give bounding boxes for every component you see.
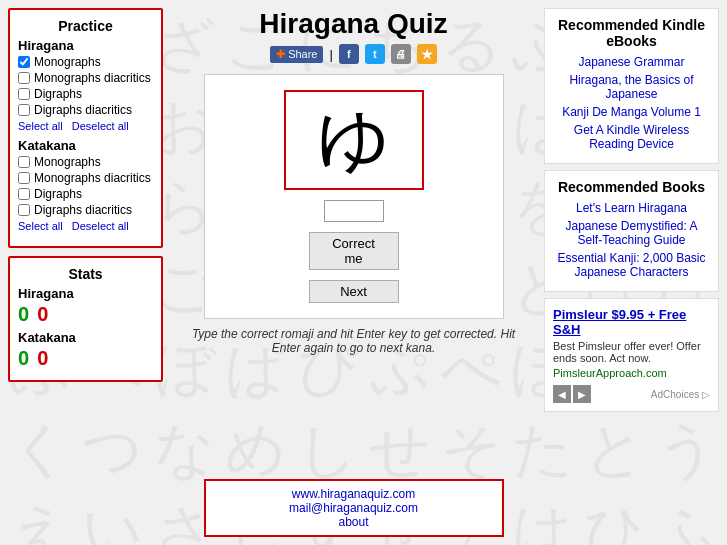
hiragana-digraphs-diacritics-row[interactable]: Digraphs diacritics: [18, 103, 153, 117]
hiragana-monographs-diacritics-label: Monographs diacritics: [34, 71, 151, 85]
left-column: Practice Hiragana Monographs Monographs …: [8, 8, 163, 537]
recommended-books-panel: Recommended Books Let's Learn Hiragana J…: [544, 170, 719, 292]
kindle-book-0[interactable]: Japanese Grammar: [553, 55, 710, 69]
share-label: Share: [288, 48, 317, 60]
katakana-monographs-diacritics-checkbox[interactable]: [18, 172, 30, 184]
hiragana-select-links: Select all Deselect all: [18, 120, 153, 132]
ad-prev-button[interactable]: ◀: [553, 385, 571, 403]
katakana-select-links: Select all Deselect all: [18, 220, 153, 232]
correct-me-button[interactable]: Correct me: [309, 232, 399, 270]
hiragana-deselect-all-link[interactable]: Deselect all: [72, 120, 129, 132]
stats-katakana-row: 0 0: [18, 347, 153, 370]
quiz-box: ゆ Correct me Next: [204, 74, 504, 319]
hiragana-correct-count: 0: [18, 303, 29, 326]
share-separator: |: [329, 47, 332, 62]
kindle-ebooks-panel: Recommended Kindle eBooks Japanese Gramm…: [544, 8, 719, 164]
katakana-monographs-checkbox[interactable]: [18, 156, 30, 168]
footer-panel: www.hiraganaquiz.com mail@hiraganaquiz.c…: [204, 479, 504, 537]
ad-title[interactable]: Pimsleur $9.95 + Free S&H: [553, 307, 710, 337]
katakana-wrong-count: 0: [37, 347, 48, 370]
book-2[interactable]: Essential Kanji: 2,000 Basic Japanese Ch…: [553, 251, 710, 279]
hiragana-monographs-diacritics-row[interactable]: Monographs diacritics: [18, 71, 153, 85]
ad-next-button[interactable]: ▶: [573, 385, 591, 403]
ad-arrows: ◀ ▶: [553, 385, 591, 403]
katakana-digraphs-diacritics-label: Digraphs diacritics: [34, 203, 132, 217]
hint-text: Type the correct romaji and hit Enter ke…: [171, 327, 536, 355]
book-0[interactable]: Let's Learn Hiragana: [553, 201, 710, 215]
stats-panel: Stats Hiragana 0 0 Katakana 0 0: [8, 256, 163, 382]
katakana-correct-count: 0: [18, 347, 29, 370]
share-plus-icon: ✚: [276, 48, 285, 61]
katakana-digraphs-diacritics-checkbox[interactable]: [18, 204, 30, 216]
hiragana-monographs-label: Monographs: [34, 55, 101, 69]
katakana-section-label: Katakana: [18, 138, 153, 153]
katakana-deselect-all-link[interactable]: Deselect all: [72, 220, 129, 232]
ad-panel: Pimsleur $9.95 + Free S&H Best Pimsleur …: [544, 298, 719, 412]
kana-character: ゆ: [317, 92, 391, 188]
hiragana-monographs-row[interactable]: Monographs: [18, 55, 153, 69]
hiragana-digraphs-label: Digraphs: [34, 87, 82, 101]
hiragana-digraphs-row[interactable]: Digraphs: [18, 87, 153, 101]
kindle-book-3[interactable]: Get A Kindle Wireless Reading Device: [553, 123, 710, 151]
kindle-book-1[interactable]: Hiragana, the Basics of Japanese: [553, 73, 710, 101]
book-1[interactable]: Japanese Demystified: A Self-Teaching Gu…: [553, 219, 710, 247]
hiragana-select-all-link[interactable]: Select all: [18, 120, 63, 132]
katakana-monographs-row[interactable]: Monographs: [18, 155, 153, 169]
facebook-icon[interactable]: f: [339, 44, 359, 64]
center-column: Hiragana Quiz ✚ Share | f t 🖨 ★ ゆ Correc…: [171, 8, 536, 537]
hiragana-digraphs-checkbox[interactable]: [18, 88, 30, 100]
next-button[interactable]: Next: [309, 280, 399, 303]
footer-about[interactable]: about: [338, 515, 368, 529]
twitter-icon[interactable]: t: [365, 44, 385, 64]
recommended-books-title: Recommended Books: [553, 179, 710, 195]
kana-display: ゆ: [284, 90, 424, 190]
katakana-monographs-label: Monographs: [34, 155, 101, 169]
katakana-monographs-diacritics-label: Monographs diacritics: [34, 171, 151, 185]
katakana-digraphs-row[interactable]: Digraphs: [18, 187, 153, 201]
ad-choices-label[interactable]: AdChoices ▷: [651, 389, 710, 400]
right-column: Recommended Kindle eBooks Japanese Gramm…: [544, 8, 719, 537]
bookmark-star-icon[interactable]: ★: [417, 44, 437, 64]
page-title: Hiragana Quiz: [259, 8, 447, 40]
hiragana-wrong-count: 0: [37, 303, 48, 326]
ad-desc: Best Pimsleur offer ever! Offer ends soo…: [553, 340, 710, 364]
hiragana-digraphs-diacritics-label: Digraphs diacritics: [34, 103, 132, 117]
katakana-digraphs-diacritics-row[interactable]: Digraphs diacritics: [18, 203, 153, 217]
hiragana-monographs-diacritics-checkbox[interactable]: [18, 72, 30, 84]
practice-panel: Practice Hiragana Monographs Monographs …: [8, 8, 163, 248]
ad-nav: ◀ ▶ AdChoices ▷: [553, 385, 710, 403]
share-bar: ✚ Share | f t 🖨 ★: [270, 44, 437, 64]
ad-url: PimsleurApproach.com: [553, 367, 710, 379]
hiragana-monographs-checkbox[interactable]: [18, 56, 30, 68]
share-button[interactable]: ✚ Share: [270, 46, 323, 63]
print-icon[interactable]: 🖨: [391, 44, 411, 64]
hiragana-section-label: Hiragana: [18, 38, 153, 53]
stats-katakana-label: Katakana: [18, 330, 153, 345]
answer-input[interactable]: [324, 200, 384, 222]
stats-hiragana-row: 0 0: [18, 303, 153, 326]
hiragana-digraphs-diacritics-checkbox[interactable]: [18, 104, 30, 116]
stats-title: Stats: [18, 266, 153, 282]
footer-email[interactable]: mail@hiraganaquiz.com: [289, 501, 418, 515]
katakana-digraphs-checkbox[interactable]: [18, 188, 30, 200]
katakana-monographs-diacritics-row[interactable]: Monographs diacritics: [18, 171, 153, 185]
katakana-select-all-link[interactable]: Select all: [18, 220, 63, 232]
stats-hiragana-label: Hiragana: [18, 286, 153, 301]
footer-website[interactable]: www.hiraganaquiz.com: [292, 487, 415, 501]
kindle-ebooks-title: Recommended Kindle eBooks: [553, 17, 710, 49]
kindle-book-2[interactable]: Kanji De Manga Volume 1: [553, 105, 710, 119]
practice-title: Practice: [18, 18, 153, 34]
katakana-digraphs-label: Digraphs: [34, 187, 82, 201]
